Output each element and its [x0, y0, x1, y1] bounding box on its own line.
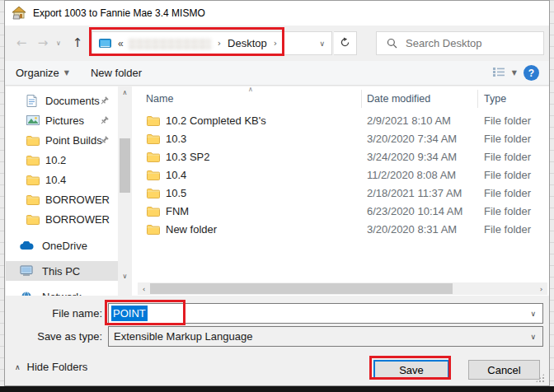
folder-icon — [147, 206, 160, 217]
file-row-10-2-completed-kb-s[interactable]: 10.2 Completed KB's2/9/2021 8:10 AMFile … — [138, 111, 549, 129]
sidebar-item-pictures[interactable]: Pictures — [6, 110, 118, 130]
file-name-text: FNM — [166, 205, 189, 217]
file-row-10-3[interactable]: 10.33/20/2020 7:34 AMFile folder — [138, 129, 549, 147]
image-icon — [26, 115, 40, 125]
file-list: ∧ Name Date modified Type 10.2 Completed… — [138, 86, 549, 296]
refresh-button[interactable] — [334, 31, 357, 55]
pin-icon — [100, 116, 109, 125]
sidebar-item-documents[interactable]: Documents — [6, 91, 118, 110]
organize-button[interactable]: Organize ▼ — [16, 67, 69, 79]
cell-date-modified: 3/24/2020 9:34 AM — [367, 151, 484, 163]
pc-icon — [20, 265, 33, 277]
file-row-10-4[interactable]: 10.411/2/2020 8:08 AMFile folder — [138, 166, 549, 184]
file-name-dropdown-icon[interactable]: ∨ — [530, 310, 536, 318]
sidebar-item-this-pc[interactable]: This PC — [6, 261, 118, 281]
pin-icon — [100, 96, 109, 105]
breadcrumb-separator-icon[interactable]: › — [218, 38, 221, 49]
scroll-down-icon[interactable]: ∨ — [118, 270, 132, 282]
horizontal-scroll-thumb[interactable] — [150, 283, 453, 294]
folder-icon — [26, 194, 40, 205]
breadcrumb-user-folder-redacted[interactable]: ▒▒▒▒▒▒▒▒▒▒▒ — [129, 38, 211, 49]
sidebar-item-label: BORROWER — [45, 213, 110, 226]
cell-name: 10.3 SP2 — [138, 151, 367, 163]
file-row-10-3-sp2[interactable]: 10.3 SP23/24/2020 9:34 AMFile folder — [138, 147, 549, 166]
sidebar-item-label: Documents — [45, 95, 100, 107]
sidebar-item-label: Point Builds — [45, 134, 102, 147]
title-bar[interactable]: Export 1003 to Fannie Mae 3.4 MISMO — [5, 1, 549, 26]
help-icon[interactable]: ? — [523, 65, 539, 81]
file-row-10-5[interactable]: 10.52/18/2021 11:37 AMFile folder — [138, 184, 549, 202]
cell-name: 10.4 — [138, 169, 367, 181]
file-name-label: File name: — [5, 307, 102, 320]
address-bar[interactable]: « ▒▒▒▒▒▒▒▒▒▒▒ › Desktop › ∨ — [92, 31, 332, 55]
view-mode-icon[interactable] — [492, 67, 505, 80]
cell-date-modified: 2/9/2021 8:10 AM — [367, 114, 484, 127]
forward-button[interactable]: → — [33, 31, 53, 54]
sidebar-scroll-thumb[interactable] — [120, 138, 130, 193]
file-name-value-selected: POINT — [111, 306, 148, 321]
folder-icon — [26, 175, 40, 185]
cell-date-modified: 2/18/2021 11:37 AM — [367, 187, 484, 199]
sidebar-item-10-2[interactable]: 10.2 — [6, 150, 118, 170]
cell-date-modified: 11/2/2020 8:08 AM — [367, 169, 484, 181]
breadcrumb-separator-icon[interactable]: › — [274, 38, 277, 49]
file-name-text: 10.2 Completed KB's — [166, 114, 266, 127]
new-folder-button[interactable]: New folder — [91, 67, 142, 79]
hide-folders-button[interactable]: ∧ Hide Folders — [15, 361, 87, 373]
breadcrumb-collapse-chevrons[interactable]: « — [118, 38, 124, 49]
cell-name: New folder — [138, 223, 367, 236]
breadcrumb-desktop[interactable]: Desktop — [228, 37, 267, 49]
screen: Export 1003 to Fannie Mae 3.4 MISMO ← → … — [0, 0, 554, 392]
cell-date-modified: 3/20/2020 7:34 AM — [367, 133, 484, 145]
scroll-up-icon[interactable]: ∧ — [118, 86, 132, 99]
scroll-right-icon[interactable]: › — [535, 282, 547, 295]
command-toolbar: Organize ▼ New folder ▼ ? — [5, 61, 549, 86]
up-button[interactable]: ↑ — [68, 31, 87, 54]
file-name-input[interactable]: POINT ∨ — [108, 303, 543, 324]
address-dropdown-icon[interactable]: ∨ — [319, 40, 325, 48]
scroll-left-icon[interactable]: ‹ — [138, 282, 150, 295]
refresh-icon — [340, 36, 350, 51]
window-title: Export 1003 to Fannie Mae 3.4 MISMO — [33, 7, 205, 19]
save-as-type-value: Extensible Markup Language — [114, 330, 252, 343]
file-row-new-folder[interactable]: New folder3/20/2020 8:31 AMFile folder — [138, 220, 549, 238]
cell-type: File folder — [484, 133, 549, 145]
cell-date-modified: 6/23/2020 10:14 AM — [367, 205, 484, 217]
folder-icon — [147, 224, 160, 235]
search-icon — [387, 38, 397, 49]
save-as-type-select[interactable]: Extensible Markup Language ∨ — [108, 326, 543, 347]
organize-dropdown-icon: ▼ — [64, 69, 69, 77]
list-header: ∧ Name Date modified Type — [138, 86, 549, 111]
sidebar-item-point-builds[interactable]: Point Builds — [6, 130, 118, 150]
cloud-icon — [20, 241, 34, 250]
file-name-text: 10.3 SP2 — [166, 151, 210, 163]
sidebar-item-label: 10.4 — [45, 174, 66, 186]
footer-panel: File name: POINT ∨ Save as type: Extensi… — [5, 296, 549, 385]
folder-icon — [147, 152, 160, 162]
navigation-row: ← → ∨ ↑ « ▒▒▒▒▒▒▒▒▒▒▒ › Desktop › ∨ — [5, 26, 549, 61]
column-header-date-modified[interactable]: Date modified — [362, 90, 478, 108]
sidebar-item-network[interactable]: Network — [6, 287, 118, 296]
sidebar-item-borrower[interactable]: BORROWER — [6, 189, 118, 209]
view-mode-dropdown-icon[interactable]: ▼ — [512, 69, 517, 77]
sidebar-item-borrower[interactable]: BORROWER — [6, 209, 118, 229]
row-container: 10.2 Completed KB's2/9/2021 8:10 AMFile … — [138, 111, 549, 238]
save-as-type-dropdown-icon[interactable]: ∨ — [530, 333, 536, 341]
horizontal-scrollbar[interactable]: ‹ › — [138, 282, 547, 295]
sidebar-item-onedrive[interactable]: OneDrive — [6, 236, 118, 255]
back-button[interactable]: ← — [12, 31, 31, 54]
search-box[interactable] — [376, 31, 544, 55]
cell-type: File folder — [484, 114, 549, 127]
chevron-up-icon: ∧ — [15, 363, 21, 371]
taskbar[interactable] — [0, 386, 554, 392]
history-dropdown-icon[interactable]: ∨ — [53, 31, 64, 54]
hide-folders-label: Hide Folders — [27, 361, 88, 373]
search-input[interactable] — [406, 37, 529, 49]
sidebar-list: DocumentsPicturesPoint Builds10.210.4BOR… — [6, 91, 134, 296]
sidebar-item-10-4[interactable]: 10.4 — [6, 170, 118, 189]
save-button[interactable]: Save — [373, 360, 449, 380]
column-header-type[interactable]: Type — [478, 90, 549, 108]
sidebar-scrollbar[interactable]: ∧ ∨ — [118, 86, 132, 296]
cancel-button[interactable]: Cancel — [468, 360, 540, 380]
file-row-fnm[interactable]: FNM6/23/2020 10:14 AMFile folder — [138, 202, 549, 220]
